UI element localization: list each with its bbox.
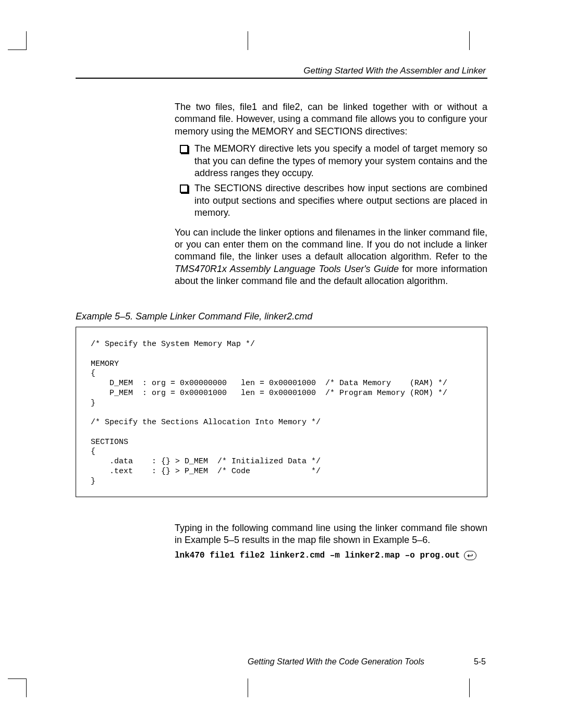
- command-text: lnk470 file1 file2 linker2.cmd –m linker…: [175, 551, 460, 560]
- bullet-text: The SECTIONS directive describes how inp…: [194, 182, 487, 219]
- enter-key-icon: ↩: [464, 551, 476, 560]
- crop-mark: [26, 678, 27, 697]
- header-rule: [76, 78, 487, 79]
- list-item: The SECTIONS directive describes how inp…: [175, 182, 487, 219]
- list-item: The MEMORY directive lets you specify a …: [175, 143, 487, 179]
- page-number: 5-5: [474, 657, 486, 667]
- crop-mark: [8, 50, 26, 50]
- after-code-paragraph: Typing in the following command line usi…: [175, 522, 487, 547]
- bullet-text: The MEMORY directive lets you specify a …: [194, 143, 487, 179]
- crop-mark: [248, 678, 248, 697]
- example-caption: Example 5–5. Sample Linker Command File,…: [76, 311, 312, 322]
- after-bullets-paragraph: You can include the linker options and f…: [175, 227, 487, 288]
- running-header: Getting Started With the Assembler and L…: [303, 66, 486, 76]
- crop-mark: [469, 678, 470, 697]
- bullet-icon: [180, 145, 188, 153]
- command-line: lnk470 file1 file2 linker2.cmd –m linker…: [175, 551, 476, 560]
- text-run: You can include the linker options and f…: [175, 227, 487, 262]
- crop-mark: [248, 31, 248, 50]
- crop-mark: [8, 678, 26, 679]
- bullet-list: The MEMORY directive lets you specify a …: [175, 143, 487, 219]
- bullet-icon: [180, 184, 188, 193]
- page: Getting Started With the Assembler and L…: [0, 0, 563, 728]
- footer-title: Getting Started With the Code Generation…: [248, 657, 424, 667]
- book-title: TMS470R1x Assembly Language Tools User's…: [175, 264, 399, 274]
- crop-mark: [469, 31, 470, 50]
- code-listing: /* Specify the System Memory Map */ MEMO…: [76, 327, 487, 497]
- intro-paragraph: The two files, file1 and file2, can be l…: [175, 101, 487, 138]
- body-column: The two files, file1 and file2, can be l…: [175, 101, 487, 292]
- crop-mark: [26, 31, 27, 50]
